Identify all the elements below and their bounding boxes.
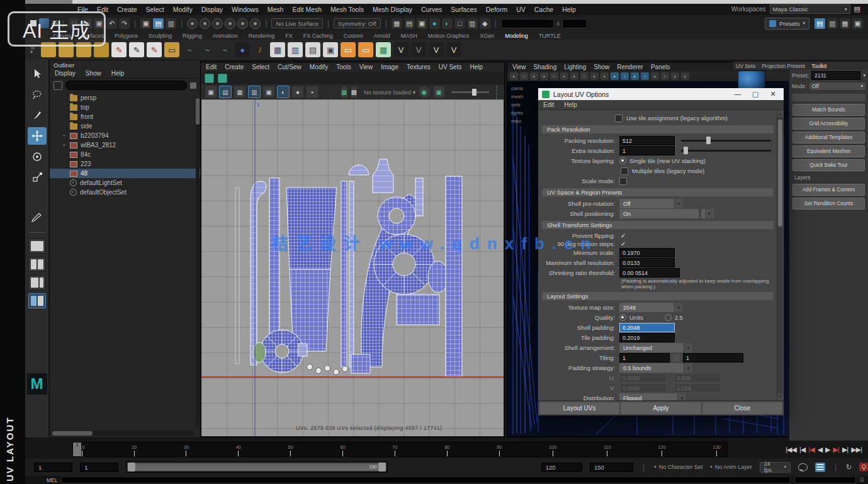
shelf-icon[interactable]: ✎ xyxy=(111,42,127,57)
shelf-icon[interactable]: ▤ xyxy=(305,42,320,57)
character-set-dropdown[interactable]: ▾No Character Set xyxy=(654,464,702,470)
shelf-tab[interactable]: Sculpting xyxy=(149,33,172,39)
tile-padding-field[interactable]: 0.2019 xyxy=(619,333,675,342)
docs-icon[interactable]: ▤ xyxy=(854,5,860,13)
shell-padding-field[interactable]: 0.2048 xyxy=(619,323,675,332)
uv-border-toggle[interactable] xyxy=(218,74,227,83)
prevent-flipping-check[interactable]: ✓ xyxy=(621,232,626,239)
texture-map-size-dropdown[interactable]: 2048▾ xyxy=(619,303,683,312)
viewport-icon[interactable]: ▪ xyxy=(631,72,639,80)
dock-button[interactable]: Equivalent Meshes xyxy=(792,145,865,157)
shelf-icon[interactable]: ✎ xyxy=(147,42,162,57)
viewport-icon[interactable]: ▪ xyxy=(611,72,619,80)
outliner-row[interactable]: + b2203794 xyxy=(50,131,200,140)
uv-tool-icon[interactable]: ▣ xyxy=(262,86,275,98)
viewport-icon[interactable]: ▫ xyxy=(641,72,649,80)
live-surface-field[interactable]: No Live Surface xyxy=(271,18,323,28)
select-tool[interactable] xyxy=(28,65,47,82)
anim-layer-editor-icon[interactable] xyxy=(815,463,825,472)
snap-icon[interactable] xyxy=(212,18,223,29)
dock-tab[interactable]: UV Sets xyxy=(736,63,755,69)
viewport-icon[interactable]: ▫ xyxy=(661,72,669,80)
shelf-tab[interactable]: Arnold xyxy=(374,33,390,39)
viewport-menu-item[interactable]: Panels xyxy=(651,64,670,70)
uv-tool-icon[interactable]: ▪ xyxy=(306,86,318,98)
scroll-down-icon[interactable]: ▾ xyxy=(777,393,783,400)
range-end-handle[interactable] xyxy=(378,463,386,471)
render-icon[interactable]: ▥ xyxy=(467,18,478,29)
distribution-dropdown[interactable]: Flipped▾ xyxy=(619,393,686,400)
uv-menu-item[interactable]: Create xyxy=(225,64,244,70)
expand-toggle[interactable]: + xyxy=(61,133,67,138)
shelf-icon[interactable]: ▣ xyxy=(323,42,338,57)
viewport-icon[interactable]: ▪ xyxy=(530,72,538,80)
sidebar-toggle-icon[interactable]: ▤ xyxy=(814,18,825,29)
shelf-tab[interactable]: XGen xyxy=(480,33,494,39)
uv-tool-icon[interactable]: ▦ xyxy=(234,86,246,98)
current-time-field[interactable]: 1 xyxy=(80,463,118,472)
v-max-field[interactable]: 1.024 xyxy=(674,383,721,393)
tiling-v-field[interactable]: 1 xyxy=(683,353,743,363)
u-max-field[interactable]: 0.500 xyxy=(674,373,721,383)
menu-item[interactable]: Curves xyxy=(417,6,446,13)
shelf-tab[interactable]: FX xyxy=(285,33,293,39)
max-shell-resolution-field[interactable]: 0.0133 xyxy=(619,258,675,267)
outliner-row[interactable]: side xyxy=(50,121,200,131)
uv-grid-icon[interactable]: ▦ xyxy=(341,86,347,98)
anim-prefs-icon[interactable] xyxy=(798,463,808,471)
shelf-icon[interactable]: ▭ xyxy=(358,42,373,57)
uv-tool-icon[interactable]: ● xyxy=(291,86,304,98)
dock-button[interactable]: Add Frames & Corners xyxy=(792,184,865,196)
shelf-icon[interactable]: V xyxy=(429,42,444,57)
shelf-tab[interactable]: Animation xyxy=(213,33,238,39)
input-field-small[interactable] xyxy=(562,19,587,28)
file-op-icon[interactable]: ↷ xyxy=(119,18,130,29)
uv-shade-toggle[interactable] xyxy=(205,74,214,83)
texture-dropdown[interactable]: No texture loaded ▾ xyxy=(364,89,415,96)
shell-prerotation-dropdown[interactable]: Off▾ xyxy=(619,199,683,208)
shelf-icon[interactable]: ● xyxy=(235,42,250,57)
transport-button[interactable]: ▶▶| xyxy=(851,446,862,454)
viewport-icon[interactable]: ▪ xyxy=(590,72,599,80)
shelf-tab[interactable]: Rendering xyxy=(249,33,275,39)
render-icon[interactable]: ◆ xyxy=(480,18,490,29)
render-icon[interactable]: ▤ xyxy=(404,18,415,29)
viewport-icon[interactable]: ▪ xyxy=(540,72,548,80)
chevron-down-icon[interactable]: ▾ xyxy=(863,73,865,78)
shell-positioning-arrow[interactable]: ▾ xyxy=(701,209,714,218)
menu-item[interactable]: Cache xyxy=(530,6,558,13)
shelf-icon[interactable]: / xyxy=(252,42,268,57)
viewport-icon[interactable]: ▫ xyxy=(520,72,528,80)
outliner-row[interactable]: top xyxy=(50,103,200,112)
shelf-icon[interactable]: V xyxy=(393,42,409,57)
snap-icon[interactable] xyxy=(237,18,248,29)
uv-menu-item[interactable]: Modify xyxy=(310,64,328,70)
shelf-icon[interactable]: ▭ xyxy=(164,42,179,57)
packing-resolution-field[interactable]: 512 xyxy=(619,136,675,145)
menu-item[interactable]: Select xyxy=(142,6,169,13)
dock-tab[interactable]: Toolkit xyxy=(811,63,826,69)
menu-item[interactable]: Windows xyxy=(227,6,263,13)
shelf-icon[interactable]: V xyxy=(411,42,426,57)
viewport-menu-item[interactable]: Shading xyxy=(534,64,557,70)
scroll-up-icon[interactable]: ▴ xyxy=(777,111,783,117)
quality-units-radio[interactable] xyxy=(619,314,626,321)
input-field[interactable] xyxy=(501,19,554,28)
shelf-tab[interactable]: Custom xyxy=(344,33,363,39)
mode-dropdown[interactable]: Off▾ xyxy=(809,82,865,90)
snap-icon[interactable] xyxy=(187,18,198,29)
shell-arrangement-dropdown[interactable]: Unchanged▾ xyxy=(619,343,692,352)
menu-item[interactable]: Deform xyxy=(482,6,512,13)
menu-item[interactable]: Help xyxy=(558,6,580,13)
render-icon[interactable]: ● xyxy=(429,18,440,29)
render-icon[interactable]: ▣ xyxy=(417,18,427,29)
playback-range-slider[interactable]: 150 xyxy=(126,461,387,473)
uv-menu-item[interactable]: Help xyxy=(470,64,483,70)
uv-tool-icon[interactable]: ▣ xyxy=(205,86,217,98)
uv-dim-slider[interactable] xyxy=(451,91,490,93)
command-input[interactable] xyxy=(61,476,790,483)
shelf-tab[interactable]: Polygons xyxy=(115,33,138,39)
dock-button[interactable]: Match Bounds xyxy=(792,104,865,116)
transport-button[interactable]: |◀◀ xyxy=(786,446,796,454)
menu-item[interactable]: Edit Mesh xyxy=(288,6,326,13)
